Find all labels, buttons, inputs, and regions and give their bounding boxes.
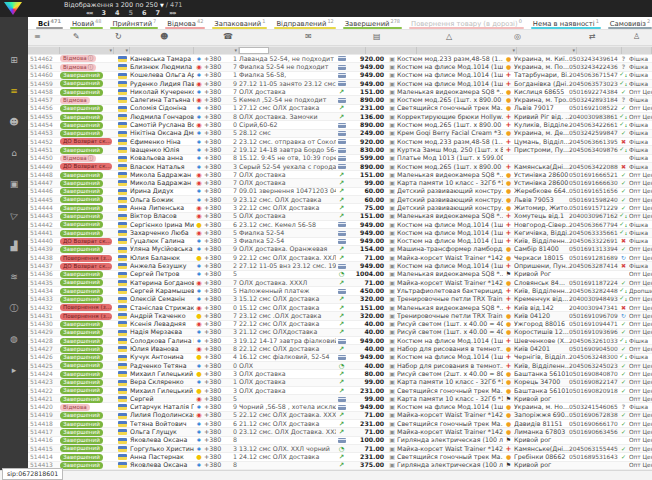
page-number-3[interactable]: 3 [101, 9, 106, 17]
product-name: Тренировочные петли TRX Train... [397, 312, 503, 320]
dropdown-icon[interactable]: ▾ [512, 47, 515, 54]
status-pill: Завершений [60, 454, 103, 461]
table-row[interactable]: 514413ЗавершенийЯковлева Оксана∗+3808↗37… [28, 462, 652, 470]
product-name: Рисуй светом (2шт. х 40.00 = 80... [397, 370, 503, 378]
filter-cell-1[interactable]: ▾ [60, 47, 114, 54]
sidebar-info-icon[interactable]: ⓘ [6, 303, 22, 313]
page-size-caret-icon[interactable]: ▼ [160, 2, 164, 8]
sidebar-stats-icon[interactable]: ▟ [6, 241, 22, 251]
tab-Всі[interactable]: Всі471 [36, 17, 63, 29]
page-number-7[interactable]: 7 [156, 9, 161, 17]
filter-cell-10[interactable] [577, 47, 622, 54]
nova-poshta-icon: + [506, 262, 512, 270]
dropdown-icon[interactable]: ▾ [109, 47, 112, 54]
client-name: Ксенія Левадняя [130, 320, 194, 328]
phone: +380 [204, 312, 230, 320]
filter-cell-9[interactable]: ▾ [517, 47, 577, 54]
ukraine-flag-icon [118, 404, 127, 410]
payment-column-icon: ▤ [373, 32, 381, 41]
filter-cell-11[interactable] [622, 47, 652, 54]
flag-cell [114, 362, 130, 370]
amount: 320.00 [347, 295, 387, 303]
product-name: Набор для рисования в темнот... [397, 362, 503, 370]
ukrposhta-icon: ● [506, 179, 511, 186]
order-id: 514416 [28, 436, 60, 444]
phone: +380 [204, 254, 230, 262]
tab-Запакований[interactable]: Запакований1 [212, 17, 267, 29]
filter-cell-7[interactable] [366, 47, 417, 54]
tab-Новий[interactable]: Новий48 [70, 17, 104, 29]
sidebar-campaigns-icon[interactable]: ▷ [6, 210, 22, 220]
sidebar-video-icon[interactable]: ▸ [6, 365, 22, 375]
product-name: Костюм мод.233 разм,48-58 (1... [397, 138, 503, 146]
dropdown-icon[interactable]: ▾ [234, 47, 237, 54]
product-name: Костюм на флисе Мод.1014 (1ш... [397, 403, 503, 411]
phone: +380 [204, 187, 230, 195]
first-page-icon[interactable]: «« [86, 9, 92, 17]
sidebar-settings-icon[interactable]: ≋ [6, 272, 22, 282]
phone: +380 [204, 129, 230, 137]
order-id: 514442 [28, 221, 60, 229]
comment: 16.12 смс фіалковий, 52-54 [239, 353, 336, 361]
delivered-check-icon: ✓ [621, 320, 626, 327]
tab-Завершений[interactable]: Завершений278 [343, 17, 402, 29]
comment: 21.12 смс ОЛХдоставка [239, 328, 336, 336]
tab-Повернення товару (в дорозі)[interactable]: Повернення товару (в дорозі)0 [409, 17, 524, 29]
page-number-4[interactable]: 4 [115, 9, 120, 17]
client-name: Анна Липенська [130, 204, 194, 212]
order-id: 514447 [28, 179, 60, 187]
ukraine-flag-icon [118, 429, 127, 435]
delivered-check-icon: ✓ [621, 104, 626, 111]
dropdown-icon[interactable]: ▾ [572, 47, 575, 54]
tab-Прийнятий[interactable]: Прийнятий7 [110, 17, 158, 29]
sidebar-orders-icon[interactable]: ≡ [6, 86, 22, 96]
page-number-5[interactable]: 5 [128, 9, 133, 17]
tracking-number: 0501691096709 [569, 312, 618, 320]
filter-cell-3[interactable] [130, 47, 194, 54]
filter-cell-0[interactable] [28, 47, 60, 54]
sidebar-integrations-icon[interactable]: ◍ [6, 334, 22, 344]
flag-cell [114, 287, 130, 295]
order-id: 514450 [28, 154, 60, 162]
sidebar-company-icon[interactable]: ⌂ [6, 148, 22, 158]
phone: +380 [204, 245, 230, 253]
sales-channel: Опт Центр [629, 270, 652, 278]
calls-count: 8 [230, 345, 239, 353]
product-box-icon: ▣ [387, 104, 397, 112]
product-box-icon: ▣ [387, 328, 397, 336]
tab-Нема в наявності[interactable]: Нема в наявності1 [531, 17, 601, 29]
sidebar-dashboard-icon[interactable]: ⊞ [6, 55, 22, 65]
filter-cell-6[interactable] [269, 47, 366, 54]
card-payment-icon [338, 65, 346, 70]
page-number-6[interactable]: 6 [142, 9, 147, 17]
tab-Самовивіз[interactable]: Самовивіз2 [608, 17, 652, 29]
ukrposhta-icon: ● [506, 279, 511, 286]
delivered-check-icon: ✓ [621, 328, 626, 335]
money-received-icon: ↗ [339, 187, 344, 195]
flag-cell [114, 221, 130, 229]
sidebar-products-icon[interactable]: ▣ [6, 179, 22, 189]
status-pill: Завершений [60, 89, 103, 96]
address: Лиманка 67803 [514, 428, 569, 436]
filter-cell-2[interactable]: ▾ [114, 47, 130, 54]
ukraine-flag-icon [118, 131, 127, 137]
flag-cell [114, 353, 130, 361]
filter-cell-4[interactable]: ▾ [194, 47, 239, 54]
address: Устинівка 28600 [514, 179, 569, 187]
filter-input[interactable] [239, 47, 269, 54]
last-page-icon[interactable]: »» [169, 9, 175, 17]
comment: 22.12 смс ОЛХ доставка. ХХХЛ [239, 411, 336, 419]
comment: 22.12 смс ОЛХ доставка. ХХЛ [239, 254, 336, 262]
filter-cell-8[interactable]: ▾ [417, 47, 517, 54]
tab-Відмова[interactable]: Відмова42 [165, 17, 205, 29]
sidebar-clients-icon[interactable]: ☻ [6, 117, 22, 127]
amount: 75.00 [347, 204, 387, 212]
dropdown-icon[interactable]: ▾ [125, 47, 128, 54]
tab-Відправлений[interactable]: Відправлений12 [274, 17, 335, 29]
order-id: 514456 [28, 104, 60, 112]
amount: 949.00 [347, 262, 387, 270]
app-logo-icon[interactable] [4, 2, 22, 15]
vodafone-icon: ◉ [196, 395, 202, 402]
client-name: Кошелева Ольга Ар... [130, 71, 194, 79]
comment: Лаванда 52-54, не подходит [239, 55, 336, 63]
